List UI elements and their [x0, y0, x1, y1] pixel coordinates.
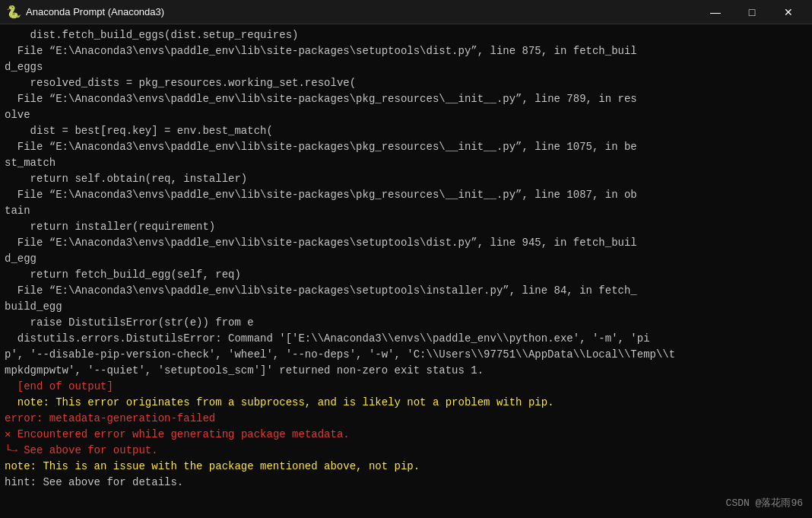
- terminal-line: p', '--disable-pip-version-check', 'whee…: [5, 347, 807, 363]
- app-icon: 🐍: [6, 5, 21, 19]
- terminal-content: dist.fetch_build_eggs(dist.setup_require…: [0, 24, 812, 518]
- terminal-line: note: This is an issue with the package …: [5, 459, 807, 475]
- titlebar-left: 🐍 Anaconda Prompt (Anaconda3): [6, 5, 164, 19]
- titlebar-controls: — □ ✕: [698, 0, 806, 24]
- terminal-line: return self.obtain(req, installer): [5, 171, 807, 187]
- terminal-line: return installer(requirement): [5, 219, 807, 235]
- terminal-line: note: This error originates from a subpr…: [5, 395, 807, 411]
- terminal-line: resolved_dists = pkg_resources.working_s…: [5, 75, 807, 91]
- terminal-line: File “E:\Anaconda3\envs\paddle_env\lib\s…: [5, 91, 807, 107]
- terminal-line: File “E:\Anaconda3\envs\paddle_env\lib\s…: [5, 187, 807, 203]
- terminal-line: hint: See above for details.: [5, 475, 807, 491]
- terminal-line: build_egg: [5, 299, 807, 315]
- terminal-line: [end of output]: [5, 379, 807, 395]
- titlebar-title: Anaconda Prompt (Anaconda3): [26, 6, 164, 17]
- minimize-button[interactable]: —: [698, 0, 733, 24]
- terminal-line: └→ See above for output.: [5, 443, 807, 459]
- terminal-line: error: metadata-generation-failed: [5, 411, 807, 427]
- terminal-line: olve: [5, 107, 807, 123]
- maximize-button[interactable]: □: [734, 0, 769, 24]
- terminal-line: distutils.errors.DistutilsError: Command…: [5, 331, 807, 347]
- watermark: CSDN @落花雨96: [726, 496, 803, 511]
- terminal-line: tain: [5, 203, 807, 219]
- titlebar: 🐍 Anaconda Prompt (Anaconda3) — □ ✕: [0, 0, 812, 24]
- close-button[interactable]: ✕: [771, 0, 806, 24]
- terminal-line: return fetch_build_egg(self, req): [5, 267, 807, 283]
- terminal-line: raise DistutilsError(str(e)) from e: [5, 315, 807, 331]
- terminal-line: File “E:\Anaconda3\envs\paddle_env\lib\s…: [5, 43, 807, 59]
- terminal-line: File “E:\Anaconda3\envs\paddle_env\lib\s…: [5, 139, 807, 155]
- terminal-line: dist = best[req.key] = env.best_match(: [5, 123, 807, 139]
- terminal-line: d_eggs: [5, 59, 807, 75]
- terminal-line: File “E:\Anaconda3\envs\paddle_env\lib\s…: [5, 235, 807, 251]
- terminal-line: File “E:\Anaconda3\envs\paddle_env\lib\s…: [5, 283, 807, 299]
- terminal-line: d_egg: [5, 251, 807, 267]
- terminal-line: dist.fetch_build_eggs(dist.setup_require…: [5, 27, 807, 43]
- terminal-line: mpkdgmpwtw', '--quiet', 'setuptools_scm'…: [5, 363, 807, 379]
- terminal-line: ✕ Encountered error while generating pac…: [5, 427, 807, 443]
- terminal-line: st_match: [5, 155, 807, 171]
